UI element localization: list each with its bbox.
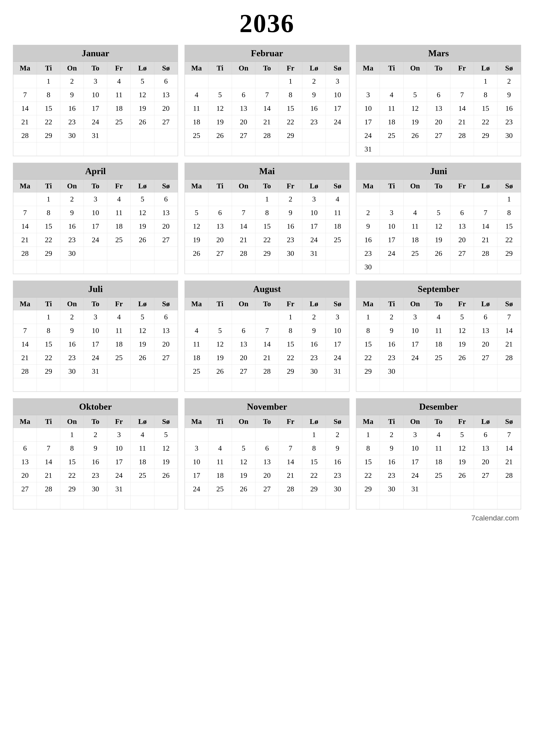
day-cell xyxy=(326,496,349,509)
day-cell xyxy=(185,260,208,274)
day-cell: 28 xyxy=(497,469,521,482)
calendar-grid: JanuarMaTiOnToFrLøSø12345678910111213141… xyxy=(13,45,521,509)
day-cell xyxy=(107,247,131,260)
day-cell: 8 xyxy=(37,88,60,102)
day-cell: 13 xyxy=(474,442,497,455)
week-row: 45678910 xyxy=(185,324,349,338)
day-cell: 5 xyxy=(185,206,208,220)
week-row: 1234567 xyxy=(356,428,521,442)
day-cell: 7 xyxy=(497,310,521,324)
day-cell xyxy=(107,378,131,392)
day-cell: 13 xyxy=(427,102,450,115)
day-cell: 1 xyxy=(279,74,302,88)
day-cell xyxy=(60,496,84,509)
day-cell xyxy=(13,496,37,509)
day-cell: 11 xyxy=(185,338,208,351)
day-cell: 11 xyxy=(107,88,131,102)
day-header: Sø xyxy=(154,415,178,428)
day-cell xyxy=(450,260,474,274)
day-cell xyxy=(450,74,474,88)
day-cell xyxy=(84,260,107,274)
day-header: Lø xyxy=(302,62,326,74)
day-cell: 27 xyxy=(474,469,497,482)
month-header: April xyxy=(13,163,178,179)
day-cell xyxy=(131,260,154,274)
day-header: Ma xyxy=(356,298,380,310)
day-cell: 27 xyxy=(427,129,450,143)
day-cell xyxy=(84,378,107,392)
day-cell: 5 xyxy=(154,428,178,442)
day-cell xyxy=(427,378,450,392)
day-cell xyxy=(84,496,107,509)
day-cell: 13 xyxy=(450,220,474,233)
day-cell: 4 xyxy=(107,74,131,88)
day-cell: 30 xyxy=(380,482,403,496)
day-cell xyxy=(60,143,84,156)
day-cell: 19 xyxy=(208,351,232,364)
day-cell: 26 xyxy=(403,129,427,143)
week-row: 12 xyxy=(185,428,349,442)
day-cell xyxy=(13,428,37,442)
day-cell: 28 xyxy=(37,482,60,496)
day-cell xyxy=(279,428,302,442)
week-row: 78910111213 xyxy=(13,206,178,220)
day-cell xyxy=(185,428,208,442)
day-header: On xyxy=(232,415,255,428)
day-cell: 13 xyxy=(154,88,178,102)
month-juli: JuliMaTiOnToFrLøSø1234567891011121314151… xyxy=(13,281,178,392)
day-cell: 26 xyxy=(131,351,154,364)
day-cell xyxy=(450,143,474,156)
day-cell xyxy=(427,74,450,88)
day-cell: 4 xyxy=(326,192,349,206)
day-cell: 25 xyxy=(185,364,208,378)
day-cell: 6 xyxy=(232,88,255,102)
day-cell: 1 xyxy=(302,428,326,442)
day-header: On xyxy=(403,298,427,310)
day-cell: 13 xyxy=(154,324,178,338)
day-header: Lø xyxy=(131,298,154,310)
day-cell: 8 xyxy=(474,88,497,102)
footer-text: 7calendar.com xyxy=(13,514,521,522)
day-cell: 10 xyxy=(84,206,107,220)
day-cell: 25 xyxy=(107,233,131,247)
day-header: Ma xyxy=(185,298,208,310)
day-header: Sø xyxy=(154,298,178,310)
day-cell: 15 xyxy=(279,338,302,351)
day-cell: 7 xyxy=(450,88,474,102)
day-cell: 30 xyxy=(326,482,349,496)
day-header: Lø xyxy=(302,415,326,428)
day-cell xyxy=(279,378,302,392)
day-cell xyxy=(255,260,279,274)
year-title: 2036 xyxy=(240,9,294,39)
day-cell: 21 xyxy=(497,338,521,351)
day-header: To xyxy=(255,298,279,310)
day-cell: 11 xyxy=(427,324,450,338)
day-header: Fr xyxy=(450,298,474,310)
day-cell xyxy=(131,247,154,260)
day-cell: 27 xyxy=(154,115,178,129)
day-header: To xyxy=(255,180,279,192)
day-cell xyxy=(255,310,279,324)
day-cell xyxy=(232,496,255,509)
day-header: Lø xyxy=(474,62,497,74)
week-row: 78910111213 xyxy=(13,324,178,338)
day-cell: 28 xyxy=(13,247,37,260)
day-cell: 5 xyxy=(450,428,474,442)
day-cell xyxy=(208,260,232,274)
day-cell: 30 xyxy=(380,364,403,378)
month-header: Februar xyxy=(185,45,349,62)
day-cell xyxy=(474,378,497,392)
day-cell: 2 xyxy=(380,428,403,442)
day-cell xyxy=(84,143,107,156)
day-cell: 12 xyxy=(208,102,232,115)
day-cell xyxy=(302,260,326,274)
day-cell: 1 xyxy=(60,428,84,442)
day-cell: 6 xyxy=(427,88,450,102)
day-cell: 4 xyxy=(107,192,131,206)
week-row xyxy=(185,378,349,392)
day-cell: 4 xyxy=(208,442,232,455)
day-cell xyxy=(154,143,178,156)
day-cell: 16 xyxy=(497,102,521,115)
day-cell: 19 xyxy=(427,233,450,247)
month-table: MaTiOnToFrLøSø12345678910111213141516171… xyxy=(13,62,178,156)
